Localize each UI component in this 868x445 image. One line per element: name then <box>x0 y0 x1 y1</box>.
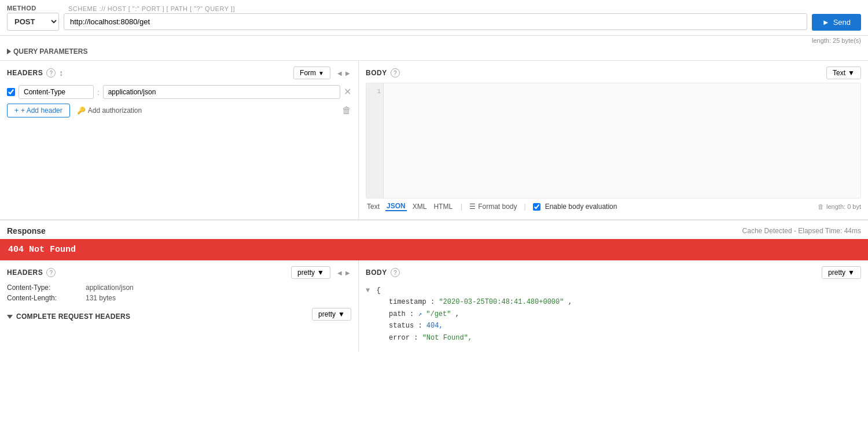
sort-icon[interactable]: ↕ <box>59 68 63 78</box>
body-trash-icon[interactable]: 🗑 <box>818 203 824 210</box>
header-row: : ✕ <box>7 85 351 99</box>
json-timestamp-key: timestamp <box>389 298 426 306</box>
status-text: 404 Not Found <box>8 245 76 255</box>
resp-body-help-icon[interactable]: ? <box>391 268 400 277</box>
complete-req-label: COMPLETE REQUEST HEADERS <box>16 312 130 321</box>
url-length: length: 25 byte(s) <box>0 36 868 45</box>
enable-eval-label: Enable body evaluation <box>545 203 617 211</box>
method-section: METHOD POST GET PUT DELETE PATCH <box>7 5 59 31</box>
headers-help-icon[interactable]: ? <box>46 68 56 78</box>
format-xml-button[interactable]: XML <box>411 203 428 211</box>
form-button[interactable]: Form ▼ <box>293 67 330 79</box>
resp-headers-list: Content-Type: application/json Content-L… <box>7 284 351 302</box>
body-title: BODY <box>366 69 387 77</box>
pretty-chevron-icon: ▼ <box>317 269 324 277</box>
send-button[interactable]: ► Send <box>812 14 861 31</box>
query-params-label: QUERY PARAMETERS <box>13 47 87 56</box>
resp-content-type-val: application/json <box>86 284 134 292</box>
body-help-icon[interactable]: ? <box>391 68 400 78</box>
json-status-row: status : 404, <box>366 320 861 332</box>
json-path-val: "/get" <box>426 310 451 318</box>
resp-headers-help-icon[interactable]: ? <box>46 268 56 277</box>
method-label: METHOD <box>7 5 59 12</box>
headers-panel: HEADERS ? ↕ Form ▼ ◀ ▶ : ✕ <box>0 61 359 219</box>
add-header-button[interactable]: + + Add header <box>7 104 70 117</box>
format-html-button[interactable]: HTML <box>432 203 454 211</box>
json-path-row: path : ↗ "/get" , <box>366 308 861 320</box>
json-collapse-icon[interactable]: ▼ <box>366 286 370 295</box>
resp-body-title: BODY <box>366 269 387 277</box>
response-header-bar: Response Cache Detected - Elapsed Time: … <box>0 220 868 239</box>
triangle-down-icon <box>7 315 13 319</box>
resp-headers-title: HEADERS <box>7 269 43 277</box>
separator-2: | <box>524 203 526 211</box>
resp-body-pretty-label: pretty <box>828 269 845 277</box>
resp-nav-arrows: ◀ ▶ <box>336 269 351 277</box>
headers-section-header: HEADERS ? ↕ Form ▼ ◀ ▶ <box>7 67 351 79</box>
response-panels: HEADERS ? pretty ▼ ◀ ▶ Content-Type: a <box>0 260 868 352</box>
json-path-key: path <box>389 310 406 318</box>
resp-headers-section-header: HEADERS ? pretty ▼ ◀ ▶ <box>7 266 351 279</box>
body-length: 🗑 length: 0 byt <box>818 203 861 210</box>
plus-icon: + <box>14 106 19 115</box>
format-text-button[interactable]: Text <box>366 203 381 211</box>
panel-nav-arrows: ◀ ▶ <box>336 69 351 78</box>
format-json-button[interactable]: JSON <box>385 202 407 211</box>
resp-nav-left-icon[interactable]: ◀ <box>336 269 343 277</box>
line-numbers: 1 <box>366 83 384 198</box>
editor-content[interactable] <box>384 83 860 198</box>
external-link-icon: ↗ <box>418 311 422 318</box>
url-section: SCHEME :// HOST [ ":" PORT ] [ PATH [ "?… <box>64 5 807 30</box>
resp-nav-right-icon[interactable]: ▶ <box>344 269 351 277</box>
header-actions-row: + + Add header 🔑 Add authorization 🗑 <box>7 104 351 117</box>
body-chevron-icon: ▼ <box>848 69 855 77</box>
key-icon: 🔑 <box>77 106 86 115</box>
delete-all-headers-button[interactable]: 🗑 <box>342 105 351 116</box>
resp-content-type-key: Content-Type: <box>7 284 82 292</box>
header-key-input[interactable] <box>19 85 94 99</box>
complete-req-pretty-label: pretty <box>318 310 336 318</box>
query-params-row: QUERY PARAMETERS <box>0 45 868 60</box>
url-input[interactable] <box>64 13 807 30</box>
json-viewer: ▼ { timestamp : "2020-03-25T00:48:41.480… <box>366 282 861 346</box>
method-select[interactable]: POST GET PUT DELETE PATCH <box>8 13 58 30</box>
resp-content-length-val: 131 bytes <box>86 294 116 302</box>
complete-req-toggle[interactable]: COMPLETE REQUEST HEADERS <box>7 312 130 321</box>
json-error-row: error : "Not Found", <box>366 332 861 344</box>
body-text-label: Text <box>833 69 845 77</box>
header-checkbox[interactable] <box>7 88 15 96</box>
method-select-wrapper: POST GET PUT DELETE PATCH <box>7 13 59 31</box>
complete-req-pretty-button[interactable]: pretty ▼ <box>312 308 351 321</box>
cache-info: Cache Detected - Elapsed Time: 44ms <box>742 227 861 235</box>
header-value-input[interactable] <box>103 85 340 99</box>
response-title: Response <box>7 226 46 236</box>
nav-right-icon[interactable]: ▶ <box>344 69 351 78</box>
scheme-label: SCHEME :// HOST [ ":" PORT ] [ PATH [ "?… <box>68 5 807 12</box>
json-open-brace: { <box>376 286 380 295</box>
body-panel: BODY ? Text ▼ 1 Text JSON XML HTML | <box>359 61 868 219</box>
chevron-down-icon: ▼ <box>318 70 324 76</box>
response-body-panel: BODY ? pretty ▼ ▼ { timestamp : "2020-03… <box>359 260 868 352</box>
add-authorization-button[interactable]: 🔑 Add authorization <box>77 106 142 115</box>
headers-title: HEADERS <box>7 69 43 77</box>
remove-header-button[interactable]: ✕ <box>344 87 351 97</box>
request-bar: METHOD POST GET PUT DELETE PATCH SCHEME … <box>0 0 868 36</box>
main-panel: HEADERS ? ↕ Form ▼ ◀ ▶ : ✕ <box>0 60 868 219</box>
query-params-toggle[interactable]: QUERY PARAMETERS <box>7 47 861 56</box>
json-timestamp-val: "2020-03-25T00:48:41.480+0000" <box>439 298 564 306</box>
body-text-button[interactable]: Text ▼ <box>826 67 861 79</box>
format-body-button[interactable]: ☰ Format body <box>469 203 517 211</box>
body-toolbar: Text JSON XML HTML | ☰ Format body | Ena… <box>366 198 861 214</box>
pretty-label: pretty <box>297 269 315 277</box>
header-colon: : <box>97 88 100 97</box>
resp-body-pretty-button[interactable]: pretty ▼ <box>822 266 861 279</box>
complete-req-bar: COMPLETE REQUEST HEADERS pretty ▼ <box>7 308 351 321</box>
json-error-key: error <box>389 334 410 342</box>
body-editor: 1 <box>366 83 861 198</box>
enable-eval-checkbox[interactable] <box>533 203 540 211</box>
resp-header-row-content-type: Content-Type: application/json <box>7 284 351 292</box>
resp-content-length-key: Content-Length: <box>7 294 82 302</box>
nav-left-icon[interactable]: ◀ <box>336 69 343 78</box>
resp-headers-pretty-button[interactable]: pretty ▼ <box>291 266 330 279</box>
response-headers-panel: HEADERS ? pretty ▼ ◀ ▶ Content-Type: a <box>0 260 359 352</box>
